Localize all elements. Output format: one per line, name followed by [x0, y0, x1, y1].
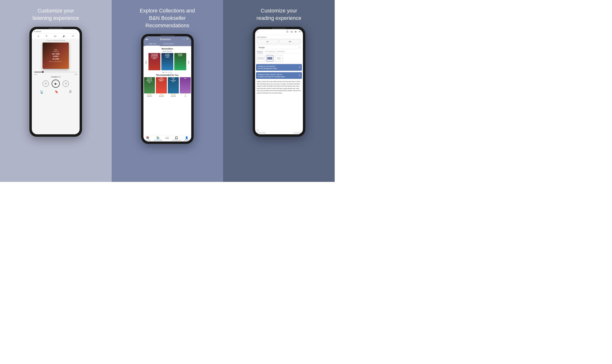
reading-text: yellow, and her face was yellow because … — [255, 79, 303, 130]
airplay-icon[interactable]: 📡 — [40, 90, 44, 94]
rec-book-1: TJ KLUNEUnder theWhisperingDoor ★★★★½ $1… — [144, 77, 155, 97]
tab-justification[interactable]: Justification — [276, 51, 285, 53]
chapters-icon[interactable]: ☰ — [69, 90, 72, 94]
playback-controls: 30 ▶ 30 — [42, 79, 69, 88]
nav-reading[interactable]: 📖 — [165, 136, 169, 141]
font-increase-button[interactable]: A+ — [279, 39, 301, 44]
dot-5 — [169, 72, 170, 73]
dot-2 — [165, 72, 165, 73]
chevron-down-icon[interactable]: ∨ — [38, 35, 39, 37]
more-options-icon[interactable]: ••• — [72, 35, 74, 37]
more-icon[interactable]: ••• — [299, 31, 301, 33]
reader-content: Font Options A- A+ Georgia › Margins Lin… — [255, 35, 303, 131]
book-label-seven: THE SEVENHUSBANDSOF EVELYNHUGO — [148, 53, 160, 60]
dot-1 — [163, 72, 164, 73]
play-button[interactable]: ▶ — [52, 79, 60, 88]
tab-line-spacing[interactable]: Line Spacing — [265, 51, 274, 53]
bookmark-icon[interactable]: 🔖 — [55, 90, 58, 94]
nav-profile[interactable]: 👤 PROFILE — [184, 136, 190, 141]
margin-option-3[interactable] — [275, 55, 283, 62]
bookstore-screen: ⏮ Bookstore ♡ 🔍 FOR YOU CATEGORIES Bests… — [143, 36, 191, 142]
margin-option-1[interactable] — [257, 55, 265, 62]
margin-option-2-selected[interactable] — [266, 55, 274, 62]
nav-profile-label: PROFILE — [184, 140, 190, 141]
bookstore-icon: 🏪 — [156, 136, 160, 139]
audio-controls-top: ∨ ↻ 1x 🔊 ••• — [32, 33, 80, 39]
rec-stars-2: ★★★★ — [159, 94, 163, 95]
skip-forward-button[interactable]: 30 — [63, 80, 69, 87]
nav-library[interactable]: 📚 LIBRARY — [145, 136, 151, 141]
phone-notch-right — [272, 28, 286, 29]
audio-player-screen: ◄ Search ∨ ↻ 1x 🔊 ••• 0 hours 2 minutes … — [32, 29, 80, 134]
speed-button[interactable]: 1x — [54, 35, 56, 37]
reading-icon: 📖 — [165, 136, 169, 139]
pages-left: 4 pages left — [294, 132, 301, 134]
chevron-right-icon: › — [299, 47, 299, 48]
nav-audiobooks[interactable]: 🎧 AUDIOBOOKS — [172, 136, 181, 141]
bestsellers-title: Bestsellers — [145, 48, 190, 50]
reading-progress-dot — [257, 130, 259, 131]
chapter-label: Chapter 11 — [51, 76, 61, 78]
back-button[interactable]: ‹ — [257, 31, 258, 33]
left-phone: ◄ Search ∨ ↻ 1x 🔊 ••• 0 hours 2 minutes … — [29, 27, 82, 137]
book-greenlights[interactable]: GREEN-LIGHTS — [174, 53, 186, 70]
dot-4 — [168, 72, 169, 73]
margin-options — [257, 55, 301, 62]
tab-margins[interactable]: Margins — [257, 51, 263, 53]
dot-6 — [171, 72, 172, 73]
store-title: Bookstore — [160, 38, 171, 41]
font-decrease-button[interactable]: A- — [257, 39, 278, 44]
audiobooks-icon: 🎧 — [175, 136, 178, 139]
nav-bookstore[interactable]: 🏪 BOOKSTORE — [154, 136, 162, 141]
profile-icon: 👤 — [185, 136, 188, 139]
font-selector[interactable]: Georgia › — [257, 46, 301, 49]
rec-stars-4: ★ — [185, 94, 186, 95]
search-icon[interactable]: 🔍 — [186, 38, 189, 41]
store-header-row: ⏮ Bookstore ♡ 🔍 — [145, 38, 189, 41]
library-icon: 📚 — [146, 136, 149, 139]
volume-icon[interactable]: 🔊 — [63, 35, 65, 37]
store-bottom-nav: 📚 LIBRARY 🏪 BOOKSTORE 📖 🎧 AUDIOBOOKS — [143, 135, 191, 142]
book-cloud-cuckoo[interactable]: CLOUDCUCKOOLAND — [161, 53, 173, 70]
right-panel: Customize your reading experience ‹ ☰ Aa… — [223, 0, 335, 182]
brightness-icon[interactable]: ✿ — [295, 31, 297, 33]
progress-bar-container[interactable] — [34, 72, 77, 72]
reader-header: ‹ ☰ Aa ✿ ••• — [255, 29, 303, 35]
left-panel: Customize your listening experience ◄ Se… — [0, 0, 112, 182]
tab-for-you[interactable]: FOR YOU — [145, 42, 160, 46]
back-to-search[interactable]: ◄ Search — [34, 31, 41, 32]
reader-footer: 3 of 212 (1%) 4 pages left — [255, 131, 303, 134]
tab-categories[interactable]: CATEGORIES — [160, 42, 177, 46]
font-icon[interactable]: Aa — [290, 31, 293, 33]
carousel-right-arrow[interactable]: ❯ — [187, 61, 190, 64]
toast-more-options: Looking for 'More Options'? Tap the ••• … — [256, 72, 302, 79]
progress-dot — [42, 71, 44, 73]
book-label-green: GREEN-LIGHTS — [174, 53, 186, 57]
time-remaining: 0 hours 2 minutes left in book — [34, 40, 77, 41]
replay-icon[interactable]: ↻ — [46, 35, 48, 37]
progress-bar — [34, 72, 77, 72]
left-panel-title: Customize your listening experience — [33, 7, 79, 22]
reader-header-icons: ☰ Aa ✿ ••• — [286, 31, 301, 33]
bottom-controls: 📡 🔖 ☰ — [34, 90, 77, 94]
recommended-title: Recommended for You — [145, 74, 190, 76]
skip-back-button[interactable]: 30 — [42, 80, 49, 87]
right-phone-screen: ‹ ☰ Aa ✿ ••• Font Options A- A+ — [255, 29, 303, 134]
font-options-title: Font Options — [257, 36, 301, 38]
book-seven-husbands[interactable]: THE SEVENHUSBANDSOF EVELYNHUGO — [148, 53, 160, 70]
bestsellers-row: THE SEVENHUSBANDSOF EVELYNHUGO CLOUDCUCK… — [148, 53, 186, 70]
heart-icon[interactable]: ♡ — [183, 38, 185, 41]
toast-color-text: Looking for color themes? See the ✿ Brig… — [258, 65, 278, 70]
right-phone: ‹ ☰ Aa ✿ ••• Font Options A- A+ — [253, 27, 305, 137]
see-more-link[interactable]: SEE MORE — [145, 51, 190, 52]
toast-close-1[interactable]: ✕ — [299, 66, 300, 69]
middle-panel: Explore Collections and B&N Bookseller R… — [112, 0, 223, 182]
current-time: 0:22 — [34, 74, 37, 75]
play-icon-header: ⏮ — [145, 38, 148, 41]
book-title: NO ONE GOES ALONE — [52, 53, 60, 60]
carousel-left-arrow[interactable]: ❮ — [145, 61, 147, 64]
audio-top-bar: ◄ Search — [32, 29, 80, 33]
toc-icon[interactable]: ☰ — [286, 31, 288, 33]
progress-fill — [34, 72, 43, 72]
toast-close-2[interactable]: ✕ — [299, 74, 300, 77]
